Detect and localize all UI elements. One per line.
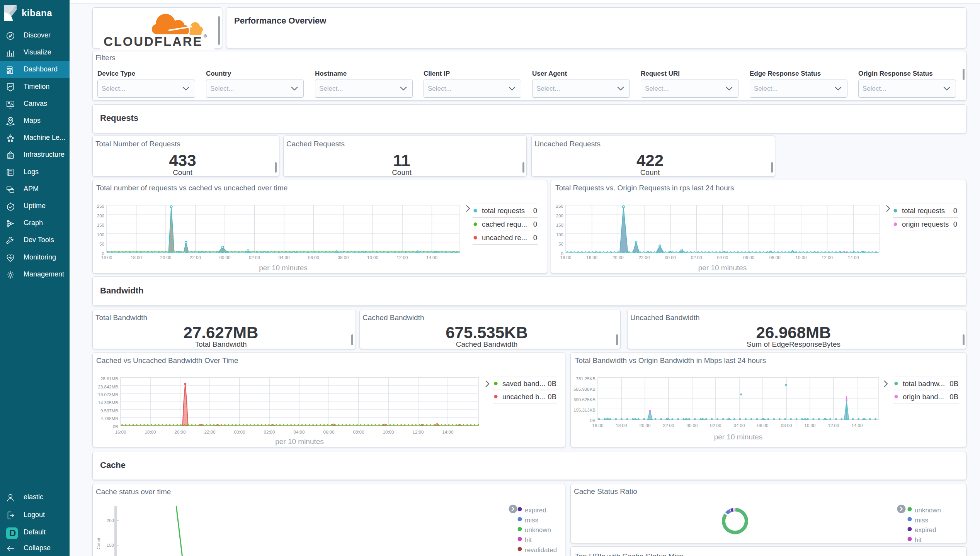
svg-text:00:00: 00:00 bbox=[234, 430, 245, 434]
svg-text:Count: Count bbox=[96, 537, 101, 549]
svg-text:0B: 0B bbox=[548, 380, 556, 388]
svg-text:expired: expired bbox=[915, 526, 936, 534]
svg-text:16:00: 16:00 bbox=[592, 423, 604, 428]
svg-text:19.073MB: 19.073MB bbox=[98, 392, 119, 397]
svg-text:0B: 0B bbox=[949, 380, 958, 388]
svg-text:150: 150 bbox=[97, 223, 104, 227]
svg-text:0: 0 bbox=[953, 207, 957, 215]
svg-text:revalidated: revalidated bbox=[525, 546, 557, 554]
svg-text:22:00: 22:00 bbox=[639, 255, 650, 260]
svg-text:06:00: 06:00 bbox=[757, 423, 769, 428]
svg-text:total requests: total requests bbox=[902, 207, 945, 215]
svg-text:10:00: 10:00 bbox=[796, 255, 807, 260]
svg-text:unknown: unknown bbox=[525, 526, 551, 534]
svg-text:12:00: 12:00 bbox=[413, 430, 424, 434]
svg-text:cached requ...: cached requ... bbox=[482, 220, 527, 228]
svg-text:®: ® bbox=[204, 34, 207, 38]
svg-text:50: 50 bbox=[558, 242, 563, 246]
svg-text:total requests: total requests bbox=[482, 207, 525, 215]
svg-text:200: 200 bbox=[556, 214, 563, 218]
svg-text:Total Requests vs. Origin Requ: Total Requests vs. Origin Requests in rp… bbox=[555, 184, 734, 192]
svg-text:uncached b...: uncached b... bbox=[502, 393, 545, 401]
svg-text:18:00: 18:00 bbox=[586, 255, 597, 260]
svg-text:12:00: 12:00 bbox=[822, 255, 833, 260]
svg-text:04:00: 04:00 bbox=[294, 430, 305, 434]
svg-text:per 10 minutes: per 10 minutes bbox=[714, 433, 763, 441]
svg-text:14.305MB: 14.305MB bbox=[98, 400, 119, 405]
svg-text:Cached vs Uncached Bandwidth O: Cached vs Uncached Bandwidth Over Time bbox=[96, 356, 238, 364]
svg-text:expired: expired bbox=[525, 507, 546, 514]
svg-text:22:00: 22:00 bbox=[204, 430, 216, 434]
svg-text:100: 100 bbox=[97, 232, 104, 237]
svg-text:06:00: 06:00 bbox=[743, 255, 754, 260]
svg-text:12:00: 12:00 bbox=[397, 255, 408, 260]
svg-text:14:00: 14:00 bbox=[426, 255, 437, 260]
svg-text:250: 250 bbox=[97, 204, 104, 208]
svg-text:20:00: 20:00 bbox=[175, 430, 186, 434]
svg-text:per 10 minutes: per 10 minutes bbox=[698, 264, 747, 272]
svg-text:unknown: unknown bbox=[915, 507, 941, 514]
svg-text:saved band...: saved band... bbox=[502, 380, 545, 388]
svg-text:0B: 0B bbox=[113, 424, 118, 429]
svg-text:hit: hit bbox=[525, 536, 532, 544]
svg-text:miss: miss bbox=[525, 517, 538, 524]
svg-text:23.842MB: 23.842MB bbox=[98, 385, 119, 389]
svg-text:0: 0 bbox=[533, 207, 537, 215]
svg-text:06:00: 06:00 bbox=[308, 255, 319, 260]
svg-text:Cache status over time: Cache status over time bbox=[96, 488, 171, 496]
svg-text:150: 150 bbox=[107, 543, 114, 548]
svg-text:585.938KB: 585.938KB bbox=[573, 387, 595, 392]
svg-text:18:00: 18:00 bbox=[131, 255, 142, 260]
svg-text:10:00: 10:00 bbox=[805, 423, 816, 428]
svg-text:per 10 minutes: per 10 minutes bbox=[275, 437, 324, 446]
svg-text:10:00: 10:00 bbox=[383, 430, 394, 434]
svg-text:16:00: 16:00 bbox=[560, 255, 572, 260]
svg-text:total badnw...: total badnw... bbox=[903, 380, 945, 388]
svg-text:08:00: 08:00 bbox=[781, 423, 792, 428]
svg-text:16:00: 16:00 bbox=[101, 255, 112, 260]
svg-text:Total number of requests vs ca: Total number of requests vs cached vs un… bbox=[96, 184, 288, 192]
svg-text:miss: miss bbox=[915, 517, 928, 524]
svg-text:150: 150 bbox=[556, 223, 563, 227]
svg-text:00:00: 00:00 bbox=[665, 255, 676, 260]
svg-text:0: 0 bbox=[953, 220, 957, 228]
svg-text:06:00: 06:00 bbox=[323, 430, 335, 434]
svg-text:00:00: 00:00 bbox=[219, 255, 231, 260]
svg-text:Total Bandwidth vs Origin Band: Total Bandwidth vs Origin Bandwidth in M… bbox=[575, 356, 766, 364]
svg-text:02:00: 02:00 bbox=[691, 255, 702, 260]
svg-text:04:00: 04:00 bbox=[717, 255, 728, 260]
svg-text:0: 0 bbox=[533, 234, 537, 242]
svg-text:16:00: 16:00 bbox=[115, 430, 126, 434]
svg-text:390.625KB: 390.625KB bbox=[573, 397, 595, 402]
svg-text:200: 200 bbox=[97, 214, 104, 218]
svg-text:Cache Status Ratio: Cache Status Ratio bbox=[574, 487, 637, 495]
svg-text:08:00: 08:00 bbox=[769, 255, 781, 260]
svg-text:200: 200 bbox=[107, 518, 114, 523]
svg-text:08:00: 08:00 bbox=[338, 255, 349, 260]
svg-text:195.313KB: 195.313KB bbox=[573, 408, 595, 412]
svg-text:origin band...: origin band... bbox=[903, 393, 944, 401]
svg-text:00:00: 00:00 bbox=[687, 423, 698, 428]
svg-text:14:00: 14:00 bbox=[852, 423, 863, 428]
svg-text:4.768MB: 4.768MB bbox=[100, 416, 118, 421]
svg-text:9.537MB: 9.537MB bbox=[100, 409, 118, 413]
svg-text:04:00: 04:00 bbox=[279, 255, 290, 260]
svg-text:22:00: 22:00 bbox=[190, 255, 201, 260]
svg-text:0: 0 bbox=[533, 220, 537, 228]
svg-text:18:00: 18:00 bbox=[145, 430, 156, 434]
svg-text:0B: 0B bbox=[548, 393, 556, 401]
svg-text:50: 50 bbox=[99, 242, 104, 246]
svg-text:20:00: 20:00 bbox=[640, 423, 651, 428]
svg-text:14:00: 14:00 bbox=[442, 430, 454, 434]
svg-text:04:00: 04:00 bbox=[734, 423, 745, 428]
svg-text:22:00: 22:00 bbox=[663, 423, 674, 428]
svg-text:02:00: 02:00 bbox=[710, 423, 721, 428]
svg-text:100: 100 bbox=[556, 232, 563, 237]
svg-text:10:00: 10:00 bbox=[367, 255, 378, 260]
svg-text:hit: hit bbox=[915, 536, 922, 542]
svg-text:12:00: 12:00 bbox=[828, 423, 839, 428]
svg-text:0B: 0B bbox=[590, 418, 595, 423]
svg-text:08:00: 08:00 bbox=[353, 430, 364, 434]
svg-text:14:00: 14:00 bbox=[848, 255, 859, 260]
svg-text:781.25KB: 781.25KB bbox=[576, 376, 595, 381]
